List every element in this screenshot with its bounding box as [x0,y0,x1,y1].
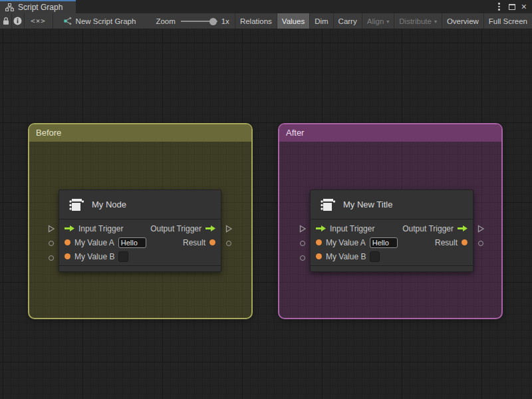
code-icon: <×> [31,17,46,25]
value-a-field[interactable] [118,237,146,248]
group-before-header[interactable]: Before [29,124,251,142]
chevron-down-icon: ▾ [386,19,389,25]
trigger-arrow-icon [65,225,74,232]
external-value-a-port[interactable] [300,241,305,246]
external-output-trigger-port[interactable] [477,225,485,233]
external-result-port[interactable] [478,241,483,246]
lock-icon [2,17,10,25]
trigger-arrow-icon [458,225,467,232]
external-output-trigger-port[interactable] [225,225,233,233]
align-dropdown[interactable]: Align ▾ [362,13,394,29]
port-label: Output Trigger [402,224,454,233]
output-trigger-port[interactable]: Output Trigger [402,224,467,233]
tab-bar: Script Graph × [0,0,532,13]
value-a-port[interactable]: My Value A [316,237,398,248]
value-port-dot-icon [65,253,70,259]
info-icon [13,17,22,25]
toggle-relations[interactable]: Relations [235,13,277,29]
port-label: Output Trigger [150,224,201,233]
toolbar-separator [53,13,53,29]
value-port-dot-icon [462,239,467,245]
trigger-arrow-icon [316,225,326,232]
overview-button[interactable]: Overview [442,13,483,29]
port-row-value-a: My Value A Result [59,235,221,249]
group-after-title: After [286,128,304,138]
result-port[interactable]: Result [435,238,467,247]
zoom-label: Zoom [156,17,175,25]
toggle-dim[interactable]: Dim [310,13,332,29]
external-value-a-port[interactable] [49,241,54,246]
port-label: Input Trigger [330,224,374,233]
port-label: My Value A [74,238,114,247]
node-title: My Node [92,200,126,209]
value-port-dot-icon [65,239,70,245]
value-b-port[interactable]: My Value B [316,251,380,262]
unit-node-icon [319,196,337,214]
maximize-icon[interactable] [509,4,515,10]
external-input-trigger-port[interactable] [299,225,307,233]
external-input-trigger-port[interactable] [47,225,55,233]
tab-script-graph[interactable]: Script Graph [0,0,76,13]
value-a-port[interactable]: My Value A [65,237,146,248]
node-body: Input Trigger Output Trigger My Value A … [59,219,221,263]
value-port-dot-icon [316,253,322,259]
value-port-dot-icon [209,239,215,245]
distribute-label: Distribute [399,17,432,25]
port-label: My Value B [74,252,114,261]
chevron-down-icon: ▾ [434,19,437,25]
window-controls: × [495,0,532,13]
port-row-value-b: My Value B [311,249,473,263]
port-label: My Value B [326,252,366,261]
close-icon[interactable]: × [521,2,527,11]
port-label: Input Trigger [78,224,123,233]
output-trigger-port[interactable]: Output Trigger [150,224,215,233]
toggle-carry[interactable]: Carry [334,13,362,29]
value-a-field[interactable] [370,237,398,248]
zoom-slider[interactable] [181,13,217,29]
port-row-trigger: Input Trigger Output Trigger [311,221,473,235]
port-label: Result [183,238,205,247]
node-header[interactable]: My Node [59,190,221,219]
value-port-dot-icon [316,239,322,245]
distribute-dropdown[interactable]: Distribute ▾ [394,13,442,29]
input-trigger-port[interactable]: Input Trigger [65,224,123,233]
graph-canvas[interactable]: Before After [0,29,532,399]
node-title: My New Title [343,200,392,209]
graph-hierarchy-icon [5,3,14,11]
kebab-menu-icon[interactable] [495,3,503,11]
node-footer [59,265,221,271]
full-screen-button[interactable]: Full Screen [484,13,532,29]
group-before-title: Before [36,128,61,138]
graph-asset-button[interactable]: New Script Graph [57,17,142,25]
tab-title: Script Graph [18,3,63,12]
external-value-b-port[interactable] [300,255,305,261]
code-view-button[interactable]: <×> [25,13,53,29]
unit-node-icon [67,196,86,214]
toggle-values[interactable]: Values [277,13,309,29]
value-b-field[interactable] [118,251,128,262]
zoom-slider-handle[interactable] [209,18,217,25]
script-graph-asset-icon [63,17,72,25]
external-result-port[interactable] [226,241,231,246]
align-label: Align [367,17,384,25]
value-b-port[interactable]: My Value B [65,251,128,262]
node-my-new-title[interactable]: My New Title Input Trigger Output Trigge… [310,190,473,272]
port-row-value-b: My Value B [59,249,221,263]
graph-name-label: New Script Graph [76,17,136,25]
input-trigger-port[interactable]: Input Trigger [316,224,374,233]
node-body: Input Trigger Output Trigger My Value A … [311,219,473,263]
node-my-node[interactable]: My Node Input Trigger Output Trigger [59,190,221,272]
zoom-value: 1x [221,17,229,25]
value-b-field[interactable] [370,251,380,262]
group-after-header[interactable]: After [279,124,501,142]
result-port[interactable]: Result [183,238,215,247]
external-value-b-port[interactable] [49,255,54,261]
graph-toolbar: <×> New Script Graph Zoom 1x Relations V… [0,13,532,29]
info-button[interactable] [12,13,23,29]
node-footer [311,265,473,271]
node-header[interactable]: My New Title [311,190,473,219]
port-row-trigger: Input Trigger Output Trigger [59,221,221,235]
port-label: Result [435,238,458,247]
port-row-value-a: My Value A Result [311,235,473,249]
lock-button[interactable] [0,13,11,29]
